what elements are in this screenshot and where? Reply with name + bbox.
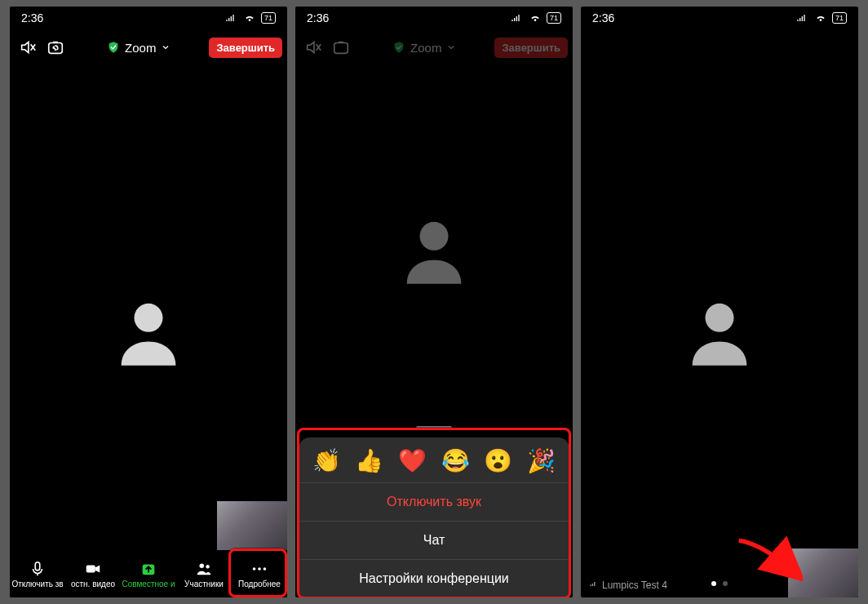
stop-video-button[interactable]: остн. видео — [67, 560, 119, 588]
microphone-icon — [29, 560, 46, 578]
page-dot-1 — [711, 581, 716, 586]
signal-icon — [511, 13, 524, 23]
svg-point-7 — [253, 567, 256, 571]
participant-avatar-icon — [108, 291, 189, 372]
svg-rect-10 — [334, 43, 348, 54]
page-indicator[interactable] — [711, 581, 728, 586]
main-video[interactable] — [295, 65, 573, 434]
status-bar: 2:36 71 — [581, 7, 858, 29]
self-preview[interactable] — [788, 548, 858, 597]
wifi-icon — [529, 13, 542, 23]
shield-check-icon — [107, 41, 120, 54]
signal-icon — [796, 13, 809, 23]
battery-indicator: 71 — [832, 12, 847, 24]
speaker-off-button — [300, 34, 326, 60]
switch-camera-button[interactable] — [42, 34, 69, 60]
reaction-wow[interactable]: 😮 — [484, 447, 512, 474]
more-button[interactable]: Подробнее — [233, 560, 286, 588]
sheet-grip[interactable] — [416, 426, 452, 429]
panel-3: 2:36 71 👍 Lumpics Test 4 — [581, 7, 858, 597]
reaction-tada[interactable]: 🎉 — [527, 447, 556, 474]
page-dot-2 — [723, 581, 728, 586]
meeting-settings-item[interactable]: Настройки конференции — [299, 559, 569, 597]
status-right: 71 — [225, 12, 276, 24]
share-button[interactable]: Совместное и — [122, 560, 175, 588]
share-screen-icon — [140, 560, 157, 578]
meeting-title: Zoom — [410, 41, 441, 55]
reaction-heart[interactable]: ❤️ — [398, 447, 427, 474]
more-horizontal-icon — [250, 560, 268, 578]
participant-name-overlay: Lumpics Test 4 — [589, 580, 667, 591]
mute-button[interactable]: Отключить зв — [11, 560, 64, 588]
meeting-bottombar: Отключить зв остн. видео Совместное и Уч… — [10, 550, 287, 597]
self-preview[interactable] — [217, 501, 287, 550]
status-right: 71 — [511, 12, 561, 24]
switch-camera-button — [328, 34, 354, 60]
video-camera-icon — [84, 560, 102, 578]
signal-icon — [225, 13, 238, 23]
more-actions-sheet: 👏 👍 ❤️ 😂 😮 🎉 Отключить звук Чат Настройк… — [299, 437, 569, 597]
speaker-off-button[interactable] — [15, 34, 41, 60]
svg-rect-0 — [49, 43, 63, 54]
svg-point-12 — [706, 304, 734, 332]
participant-avatar-icon — [679, 291, 760, 372]
people-icon — [195, 560, 213, 578]
svg-point-6 — [206, 565, 209, 568]
panel-2: 2:36 71 Zoom Завершить 👏 👍 — [295, 7, 573, 597]
wifi-icon — [814, 13, 827, 23]
panel-1: 2:36 71 Zoom Завершить Отключить — [10, 7, 287, 597]
status-right: 71 — [796, 12, 847, 24]
status-time: 2:36 — [307, 11, 329, 24]
meeting-topbar-dimmed: Zoom Завершить — [295, 29, 573, 65]
meeting-title-tap[interactable]: Zoom — [69, 41, 209, 55]
status-bar: 2:36 71 — [10, 7, 287, 29]
svg-point-9 — [264, 567, 267, 571]
wifi-icon — [243, 13, 256, 23]
reaction-row: 👏 👍 ❤️ 😂 😮 🎉 — [299, 437, 569, 482]
disconnect-audio-item[interactable]: Отключить звук — [299, 482, 569, 521]
status-bar: 2:36 71 — [295, 7, 573, 29]
svg-point-11 — [420, 222, 449, 251]
chevron-down-icon — [446, 42, 456, 52]
status-time: 2:36 — [592, 11, 614, 24]
svg-point-8 — [258, 567, 261, 571]
meeting-title: Zoom — [125, 41, 156, 55]
battery-indicator: 71 — [547, 12, 561, 24]
chat-item[interactable]: Чат — [299, 521, 569, 559]
battery-indicator: 71 — [261, 12, 276, 24]
end-call-button[interactable]: Завершить — [209, 38, 282, 58]
chevron-down-icon — [161, 42, 170, 52]
svg-point-1 — [135, 304, 163, 332]
reaction-badge: 👍 — [774, 545, 796, 566]
reaction-thumbs-up[interactable]: 👍 — [355, 447, 383, 474]
svg-rect-3 — [86, 565, 95, 572]
meeting-topbar: Zoom Завершить — [10, 29, 287, 65]
reaction-joy[interactable]: 😂 — [441, 447, 470, 474]
end-call-button: Завершить — [494, 38, 568, 58]
reaction-clap[interactable]: 👏 — [312, 447, 341, 474]
participants-button[interactable]: Участники — [178, 560, 230, 588]
participant-avatar-icon — [393, 209, 475, 291]
status-time: 2:36 — [21, 11, 43, 24]
svg-rect-2 — [35, 562, 40, 570]
svg-point-5 — [200, 563, 205, 568]
shield-check-icon — [392, 41, 405, 54]
signal-small-icon — [589, 580, 599, 590]
main-video[interactable] — [581, 65, 858, 597]
